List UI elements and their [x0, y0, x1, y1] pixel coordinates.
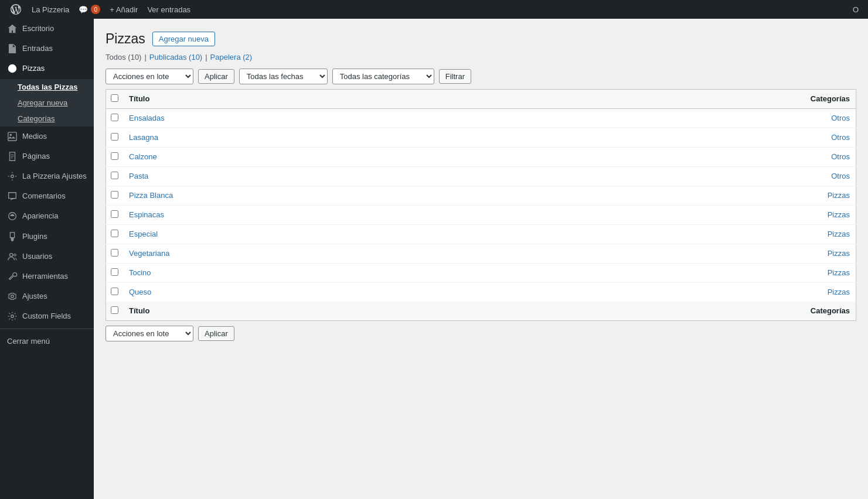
filter-all[interactable]: Todos (10): [105, 53, 141, 61]
category-link[interactable]: Pizzas: [828, 230, 850, 238]
admin-bar-right: O: [848, 5, 863, 14]
category-link[interactable]: Pizzas: [828, 191, 850, 200]
select-all-checkbox[interactable]: [111, 94, 118, 102]
sidebar-item-ajustes[interactable]: Ajustes: [0, 286, 94, 306]
main-content: Pizzas Agregar nueva Todos (10) | Public…: [94, 19, 868, 499]
row-checkbox[interactable]: [111, 152, 118, 160]
entry-title-link[interactable]: Vegetariana: [129, 249, 169, 258]
sidebar-item-comentarios[interactable]: Comentarios: [0, 186, 94, 206]
table-row: EspecialPizzas: [106, 224, 856, 244]
sidebar-divider: [0, 329, 94, 329]
entry-title-link[interactable]: Ensaladas: [129, 114, 165, 122]
site-name-link[interactable]: La Pizzeria: [27, 0, 74, 19]
sidebar-item-plugins[interactable]: Plugins: [0, 227, 94, 247]
row-title-cell: Espinacas: [123, 205, 505, 224]
comments-count: 0: [91, 5, 100, 14]
table-row: EnsaladasOtros: [106, 108, 856, 128]
row-checkbox-cell: [106, 282, 124, 302]
posts-tbody: EnsaladasOtrosLasagnaOtrosCalzoneOtrosPa…: [106, 108, 856, 302]
category-link[interactable]: Pizzas: [828, 249, 850, 258]
sidebar-item-medios[interactable]: Medios: [0, 127, 94, 146]
filter-published[interactable]: Publicadas (10): [149, 53, 202, 61]
page-icon: [7, 151, 18, 162]
entry-title-link[interactable]: Tocino: [129, 268, 151, 277]
entry-title-link[interactable]: Calzone: [129, 152, 157, 161]
entry-title-link[interactable]: Especial: [129, 230, 158, 238]
add-new-label: + Añadir: [110, 5, 138, 14]
sidebar-item-pizzas[interactable]: Pizzas Todas las Pizzas Agregar nueva: [0, 59, 94, 126]
row-category-cell: Pizzas: [505, 244, 856, 263]
bulk-actions-select-bottom[interactable]: Acciones en lote: [105, 326, 193, 341]
category-link[interactable]: Otros: [831, 152, 850, 161]
row-title-cell: Lasagna: [123, 128, 505, 147]
sidebar-menu: Escritorio Entradas Pizzas Todas las P: [0, 19, 94, 326]
collapse-menu[interactable]: Cerrar menú: [0, 331, 94, 351]
category-link[interactable]: Pizzas: [828, 288, 850, 296]
entry-title-link[interactable]: Lasagna: [129, 133, 158, 142]
row-title-cell: Pasta: [123, 166, 505, 186]
submenu-categorias[interactable]: Categorías: [0, 111, 94, 127]
category-link[interactable]: Otros: [831, 133, 850, 142]
add-new-button[interactable]: Agregar nueva: [152, 32, 215, 46]
submenu-todas-las-pizzas[interactable]: Todas las Pizzas: [0, 79, 94, 95]
row-title-cell: Pizza Blanca: [123, 186, 505, 205]
tablenav-bottom: Acciones en lote Aplicar: [105, 326, 856, 341]
row-checkbox[interactable]: [111, 249, 118, 257]
svg-rect-5: [10, 232, 14, 237]
wp-logo-link[interactable]: [5, 0, 27, 19]
sidebar-item-herramientas[interactable]: Herramientas: [0, 266, 94, 286]
sidebar-item-usuarios[interactable]: Usuarios: [0, 247, 94, 266]
bulk-actions-select[interactable]: Acciones en lote: [105, 69, 193, 84]
category-link[interactable]: Pizzas: [828, 210, 850, 219]
entry-title-link[interactable]: Pizza Blanca: [129, 191, 173, 200]
row-checkbox[interactable]: [111, 210, 118, 218]
categories-select[interactable]: Todas las categorías: [332, 69, 434, 84]
sidebar-item-escritorio[interactable]: Escritorio: [0, 19, 94, 39]
page-title-row: Pizzas Agregar nueva: [105, 30, 856, 48]
row-checkbox-cell: [106, 224, 124, 244]
filter-trash[interactable]: Papelera (2): [210, 53, 253, 61]
apply-button-bottom[interactable]: Aplicar: [198, 326, 234, 341]
category-link[interactable]: Pizzas: [828, 268, 850, 277]
submenu-label-categorias: Categorías: [18, 114, 55, 123]
entry-title-link[interactable]: Espinacas: [129, 210, 164, 219]
category-link[interactable]: Otros: [831, 172, 850, 180]
svg-point-2: [10, 134, 12, 136]
sidebar-label-comentarios: Comentarios: [22, 191, 66, 201]
table-row: LasagnaOtros: [106, 128, 856, 147]
admin-bar: La Pizzeria 💬 0 + Añadir Ver entradas O: [0, 0, 868, 19]
sidebar-label-herramientas: Herramientas: [22, 271, 68, 282]
row-checkbox[interactable]: [111, 114, 118, 121]
select-all-checkbox-footer[interactable]: [111, 306, 118, 314]
row-checkbox-cell: [106, 263, 124, 282]
row-checkbox[interactable]: [111, 172, 118, 179]
row-checkbox[interactable]: [111, 133, 118, 141]
row-checkbox[interactable]: [111, 268, 118, 276]
sidebar-item-la-pizzeria-ajustes[interactable]: La Pizzeria Ajustes: [0, 166, 94, 186]
row-checkbox[interactable]: [111, 191, 118, 199]
submenu-agregar-nueva[interactable]: Agregar nueva: [0, 95, 94, 111]
row-checkbox[interactable]: [111, 288, 118, 295]
sidebar-label-custom-fields: Custom Fields: [22, 311, 71, 322]
users-icon: [7, 251, 18, 262]
category-link[interactable]: Otros: [831, 114, 850, 122]
wp-layout: Escritorio Entradas Pizzas Todas las P: [0, 19, 868, 499]
sidebar-item-custom-fields[interactable]: Custom Fields: [0, 306, 94, 326]
sidebar-item-paginas[interactable]: Páginas: [0, 146, 94, 166]
view-posts-link[interactable]: Ver entradas: [142, 0, 195, 19]
add-new-link[interactable]: + Añadir: [105, 0, 142, 19]
comments-link[interactable]: 💬 0: [74, 0, 105, 19]
entry-title-link[interactable]: Pasta: [129, 172, 148, 180]
row-checkbox[interactable]: [111, 230, 118, 237]
row-title-cell: Tocino: [123, 263, 505, 282]
wp-logo-icon: [11, 4, 21, 15]
pizzas-submenu: Todas las Pizzas Agregar nueva Categoría…: [0, 79, 94, 127]
entry-title-link[interactable]: Queso: [129, 288, 151, 296]
sidebar-item-apariencia[interactable]: Apariencia: [0, 206, 94, 226]
dates-select[interactable]: Todas las fechas: [239, 69, 328, 84]
filter-button[interactable]: Filtrar: [439, 69, 471, 84]
sidebar-item-entradas[interactable]: Entradas: [0, 39, 94, 59]
apply-button[interactable]: Aplicar: [198, 69, 234, 84]
table-row: VegetarianaPizzas: [106, 244, 856, 263]
svg-point-6: [10, 253, 13, 256]
